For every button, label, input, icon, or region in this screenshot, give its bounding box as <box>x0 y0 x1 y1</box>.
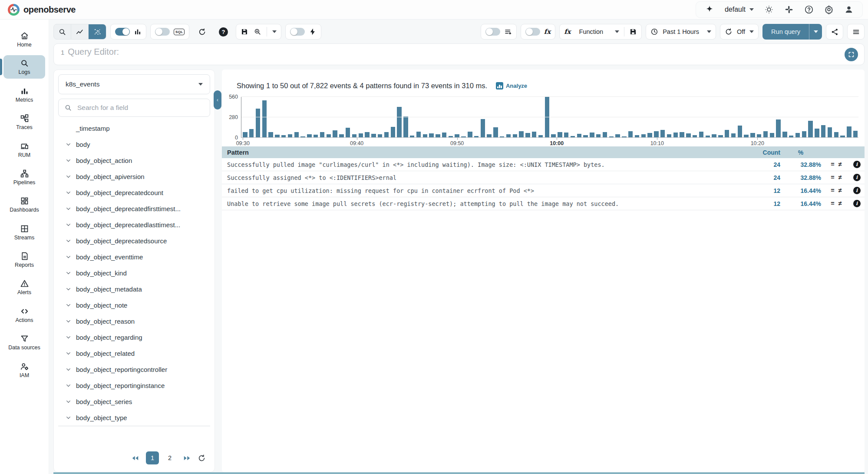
histogram-bar[interactable] <box>339 134 343 137</box>
histogram-bar[interactable] <box>378 134 382 137</box>
more-menu-button[interactable] <box>847 24 865 40</box>
pattern-table-row[interactable]: Unable to retrieve some image pull secre… <box>222 197 865 210</box>
chevron-down-icon[interactable] <box>65 334 72 341</box>
sidebar-item-reports[interactable]: Reports <box>3 248 45 271</box>
patterns-mode-button[interactable] <box>89 24 106 39</box>
histogram-bar[interactable] <box>532 132 536 137</box>
page-button-2[interactable]: 2 <box>163 451 176 464</box>
slack-icon[interactable] <box>784 5 794 14</box>
exclude-pattern-button[interactable]: ≠ <box>838 161 842 168</box>
org-selector[interactable]: default <box>725 6 754 13</box>
query-editor-fullscreen-button[interactable] <box>845 48 858 61</box>
field-row[interactable]: body <box>58 136 210 152</box>
pattern-table-row[interactable]: Successfully pulled image "curlimages/cu… <box>222 158 865 171</box>
histogram-bar[interactable] <box>416 132 421 137</box>
histogram-bar[interactable] <box>853 131 858 137</box>
sidebar-item-alerts[interactable]: Alerts <box>3 275 45 298</box>
histogram-bar[interactable] <box>596 134 601 137</box>
histogram-bar[interactable] <box>821 125 825 137</box>
histogram-bar[interactable] <box>403 116 408 137</box>
transform-toggle[interactable] <box>525 28 540 36</box>
analyze-button[interactable]: Analyze <box>496 82 527 89</box>
sql-mode-toggle[interactable] <box>155 28 170 36</box>
field-row[interactable]: body_object_metadata <box>58 281 210 297</box>
histogram-bar[interactable] <box>436 134 440 137</box>
histogram-bar[interactable] <box>243 132 247 137</box>
histogram-bar[interactable] <box>795 133 800 137</box>
first-page-icon[interactable] <box>131 454 139 462</box>
histogram-bar[interactable] <box>628 131 633 137</box>
histogram-bar[interactable] <box>673 133 678 137</box>
histogram-bar[interactable] <box>667 134 671 137</box>
chevron-down-icon[interactable] <box>65 222 72 228</box>
histogram-bar[interactable] <box>834 132 838 137</box>
histogram-bar[interactable] <box>327 134 331 137</box>
histogram-bar[interactable] <box>776 119 780 137</box>
chevron-down-icon[interactable] <box>65 141 72 148</box>
chevron-down-icon[interactable] <box>65 366 72 373</box>
histogram-bar[interactable] <box>384 132 389 137</box>
histogram-bar[interactable] <box>468 132 472 137</box>
include-pattern-button[interactable]: = <box>831 174 834 181</box>
function-select-value[interactable]: Function <box>576 28 611 35</box>
refresh-fields-icon[interactable] <box>198 454 206 462</box>
field-row[interactable]: body_object_related <box>58 345 210 361</box>
histogram-bar[interactable] <box>731 133 736 137</box>
histogram-bar[interactable] <box>256 109 260 137</box>
help-icon[interactable] <box>804 5 814 14</box>
chevron-down-icon[interactable] <box>65 302 72 308</box>
chevron-down-icon[interactable] <box>65 238 72 244</box>
histogram-bar[interactable] <box>763 131 768 137</box>
field-row[interactable]: body_object_deprecatedlasttimest... <box>58 217 210 233</box>
run-query-button[interactable]: Run query <box>762 24 809 40</box>
sidebar-item-streams[interactable]: Streams <box>3 221 45 244</box>
info-icon[interactable]: i <box>853 161 861 168</box>
histogram-bar[interactable] <box>815 129 819 137</box>
info-icon[interactable]: i <box>853 174 861 181</box>
histogram-bar[interactable] <box>288 134 292 137</box>
histogram-bar[interactable] <box>423 134 427 137</box>
theme-toggle-icon[interactable] <box>764 5 774 14</box>
info-icon[interactable]: i <box>853 187 861 194</box>
histogram-bar[interactable] <box>391 127 395 137</box>
chevron-down-icon[interactable] <box>65 206 72 212</box>
chevron-down-icon[interactable] <box>65 382 72 389</box>
histogram-bar[interactable] <box>519 131 523 137</box>
histogram-bar[interactable] <box>828 127 832 137</box>
query-editor[interactable]: 1 Query Editor: <box>53 43 865 65</box>
field-row[interactable]: _timestamp <box>58 120 210 136</box>
chevron-down-icon[interactable] <box>65 254 72 260</box>
histogram-bar[interactable] <box>660 130 665 137</box>
histogram-bar[interactable] <box>712 134 716 137</box>
info-icon[interactable]: i <box>853 200 861 207</box>
field-row[interactable]: body_object_eventtime <box>58 249 210 265</box>
user-profile-icon[interactable] <box>844 5 854 14</box>
saved-search-caret-icon[interactable] <box>272 30 277 33</box>
histogram-bar[interactable] <box>782 132 787 137</box>
histogram-bar[interactable] <box>249 129 254 137</box>
histogram-bar[interactable] <box>320 132 324 137</box>
visualize-mode-button[interactable] <box>71 24 89 39</box>
time-range-group[interactable]: Past 1 Hours <box>646 24 716 40</box>
histogram-bar[interactable] <box>647 133 652 137</box>
histogram-bar[interactable] <box>307 134 311 137</box>
histogram-bar[interactable] <box>268 132 273 137</box>
histogram-bar[interactable] <box>525 133 530 137</box>
histogram-plot[interactable]: 09:3009:4009:5010:0010:1010:20 <box>241 93 860 146</box>
histogram-bar[interactable] <box>551 134 555 137</box>
histogram-bar[interactable] <box>493 127 498 137</box>
histogram-bar[interactable] <box>481 119 485 137</box>
field-row[interactable]: body_object_deprecatedcount <box>58 185 210 201</box>
sidebar-item-dashboards[interactable]: Dashboards <box>3 193 45 216</box>
histogram-bar[interactable] <box>455 134 459 137</box>
histogram-bar[interactable] <box>770 133 774 137</box>
ai-sparkle-icon[interactable] <box>705 5 714 14</box>
histogram-bar[interactable] <box>808 121 812 137</box>
chevron-down-icon[interactable] <box>65 189 72 196</box>
histogram-bar[interactable] <box>686 133 690 137</box>
include-pattern-button[interactable]: = <box>831 161 834 168</box>
histogram-bar[interactable] <box>802 131 806 137</box>
histogram-bar[interactable] <box>577 134 581 137</box>
histogram-bar[interactable] <box>294 132 299 137</box>
field-row[interactable]: body_object_deprecatedsource <box>58 233 210 249</box>
